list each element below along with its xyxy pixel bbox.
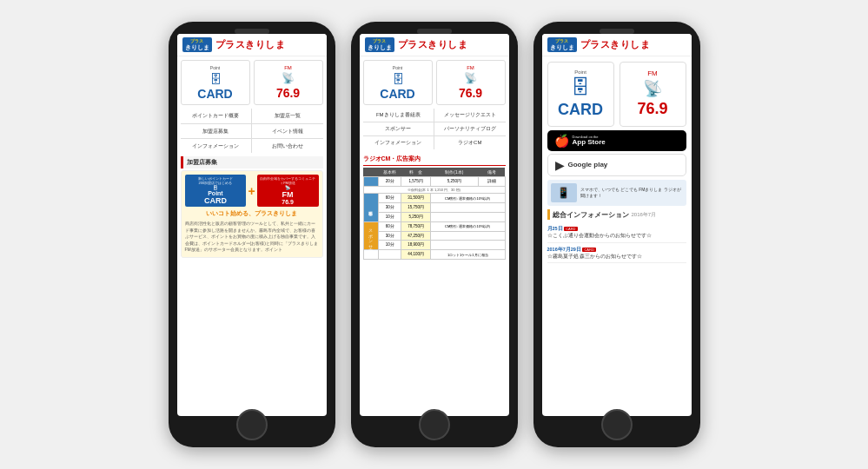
p3-header: プラス きりしま プラスきりしま xyxy=(542,34,692,56)
promo-fm-box: 自由市全域をカバーするコミュニティFM放送 📡 FM 76.9 xyxy=(257,175,319,207)
p3-app-row: 🍎 Download on the App Store ▶ Google pla… xyxy=(547,130,686,176)
p3-site-title: プラスきりしま xyxy=(580,38,651,51)
menu-item-0[interactable]: ポイントカード概要 xyxy=(181,109,252,122)
p1-site-title: プラスきりしま xyxy=(215,38,286,51)
p3-card-icon[interactable]: Point 🗄 CARD xyxy=(547,62,614,127)
apple-icon: 🍎 xyxy=(554,134,569,148)
p3-fm-icon[interactable]: FM 📡 76.9 xyxy=(620,62,686,127)
phone-2-screen: プラス きりしま プラスきりしま Point 🗄 CARD FM 📡 76.9 … xyxy=(360,34,509,416)
p1-logo: プラス きりしま xyxy=(182,37,212,52)
menu-item-4[interactable]: インフォメーション xyxy=(181,139,252,153)
appstore-button[interactable]: 🍎 Download on the App Store xyxy=(547,130,686,151)
promo-mini-image: 📱 xyxy=(551,183,577,202)
p2-nav-0[interactable]: FMきりしま番組表 xyxy=(363,109,434,122)
p2-ad-table: 基本料 料 金 制作(1本) 備考 20分 1,575円 5,250円 詳細 xyxy=(363,168,506,260)
p2-nav-2[interactable]: スポンサー xyxy=(363,122,434,135)
p1-fm-icon[interactable]: FM 📡 76.9 xyxy=(254,60,323,105)
p2-header: プラス きりしま プラスきりしま xyxy=(360,34,509,56)
p2-table-section: ラジオCM・広告案内 基本料 料 金 制作(1本) 備考 20分 1, xyxy=(363,153,506,260)
p2-icon-row: Point 🗄 CARD FM 📡 76.9 xyxy=(363,60,506,105)
database-icon-3: 🗄 xyxy=(571,76,590,99)
p1-icon-row: Point 🗄 CARD FM 📡 76.9 xyxy=(181,60,323,105)
p3-info-section: 総合インフォメーション 2016年7月 月25日 CARD ☆こくぶ通り会運動会… xyxy=(547,209,686,263)
p3-icon-row: Point 🗄 CARD FM 📡 76.9 xyxy=(547,62,686,127)
promo-plus: + xyxy=(248,184,255,198)
info-item-1[interactable]: 2016年7月29日 CARD ☆霧島菓子処 森三からのお知らせです☆ xyxy=(547,243,686,264)
menu-item-5[interactable]: お問い合わせ xyxy=(252,139,323,153)
phone-2: プラス きりしま プラスきりしま Point 🗄 CARD FM 📡 76.9 … xyxy=(351,22,518,447)
section-label-sponsor: スポンサー xyxy=(363,221,379,250)
promo-card-box: 新しいポイントカード 200加盟店ではじめる 🗄 Point CARD xyxy=(185,175,247,207)
googleplay-button[interactable]: ▶ Google play xyxy=(547,154,686,176)
database-icon: 🗄 xyxy=(209,72,222,86)
menu-item-2[interactable]: 加盟店募集 xyxy=(181,124,252,138)
p2-nav-3[interactable]: パーソナリティブログ xyxy=(434,122,506,135)
wifi-icon-2: 📡 xyxy=(464,72,477,84)
p1-promo-box: 新しいポイントカード 200加盟店ではじめる 🗄 Point CARD + 自由… xyxy=(181,170,323,258)
p1-header: プラス きりしま プラスきりしま xyxy=(177,34,327,56)
p2-table-title: ラジオCM・広告案内 xyxy=(363,153,506,166)
promo-body: 商店街活性化と販店の顧客管理のツールとして、私共と一緒にカード事業に参加し活路を… xyxy=(185,221,319,254)
p1-card-icon[interactable]: Point 🗄 CARD xyxy=(181,60,250,105)
phone-1-screen: プラス きりしま プラスきりしま Point 🗄 CARD FM 📡 76.9 … xyxy=(177,34,327,416)
database-icon-2: 🗄 xyxy=(392,72,404,86)
p2-nav-1[interactable]: メッセージリクエスト xyxy=(434,109,506,122)
phone-3: プラス きりしま プラスきりしま Point 🗄 CARD FM 📡 76.9 … xyxy=(533,22,700,447)
google-icon: ▶ xyxy=(555,158,565,172)
promo-tagline: いいコト始める、プラスきりしま xyxy=(185,209,319,218)
p1-menu-grid: ポイントカード概要 加盟店一覧 加盟店募集 イベント情報 インフォメーション お… xyxy=(181,109,323,153)
p2-nav-5[interactable]: ラジオCM xyxy=(434,136,506,149)
p2-card-icon[interactable]: Point 🗄 CARD xyxy=(363,60,433,105)
p3-info-heading: 総合インフォメーション 2016年7月 xyxy=(547,209,686,220)
wifi-icon: 📡 xyxy=(282,72,295,84)
info-bar-accent xyxy=(547,209,550,220)
p3-promo-mini: 📱 スマホで、いつでも どこでも FMきりしま ラジオが聞けます！ xyxy=(547,180,686,206)
menu-item-3[interactable]: イベント情報 xyxy=(252,124,323,138)
p2-nav-4[interactable]: インフォメーション xyxy=(363,136,434,149)
phone-3-screen: プラス きりしま プラスきりしま Point 🗄 CARD FM 📡 76.9 … xyxy=(542,34,692,416)
p2-fm-icon[interactable]: FM 📡 76.9 xyxy=(436,60,506,105)
section-label-1 xyxy=(363,177,379,187)
p2-site-title: プラスきりしま xyxy=(398,38,468,51)
section-label-basic: 基本番組 xyxy=(363,194,379,222)
info-item-0[interactable]: 月25日 CARD ☆こくぶ通り会運動会からのお知らせです☆ xyxy=(547,222,686,243)
p2-logo: プラス きりしま xyxy=(365,37,394,52)
p2-nav: FMきりしま番組表 メッセージリクエスト スポンサー パーソナリティブログ イン… xyxy=(363,109,506,149)
menu-item-1[interactable]: 加盟店一覧 xyxy=(252,109,323,122)
phone-1: プラス きりしま プラスきりしま Point 🗄 CARD FM 📡 76.9 … xyxy=(169,22,335,447)
wifi-icon-3: 📡 xyxy=(643,79,662,98)
p1-section-heading: 加盟店募集 xyxy=(181,156,323,168)
p3-logo: プラス きりしま xyxy=(547,37,577,52)
